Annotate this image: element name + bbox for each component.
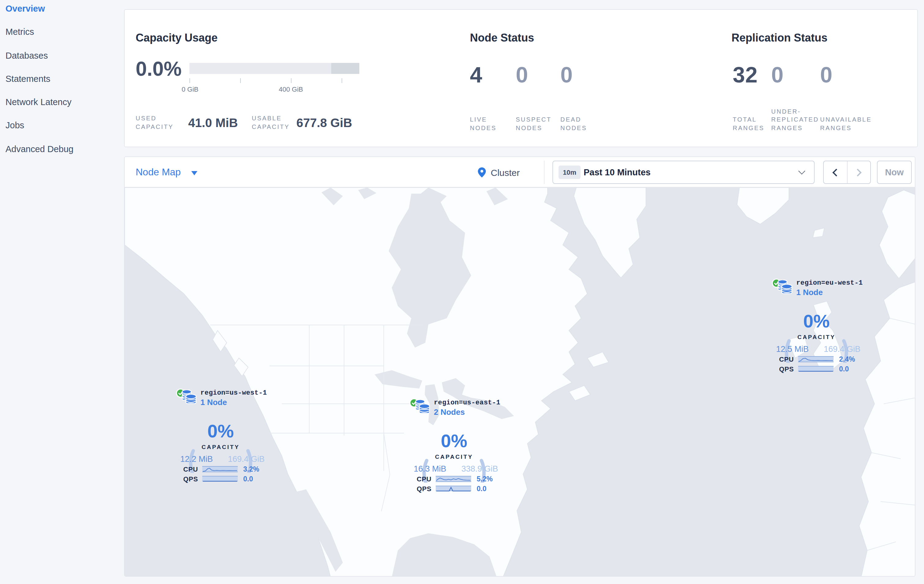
capacity-axis-tick: [190, 78, 190, 83]
chevron-right-icon: [854, 168, 862, 176]
usable-capacity-label: USABLE CAPACITY: [252, 114, 295, 131]
breadcrumb[interactable]: Cluster: [478, 157, 520, 188]
cpu-value: 5.2%: [477, 475, 493, 483]
marker-capacity-percent: 0%: [178, 421, 263, 442]
marker-region-label: region=us-west-1: [200, 389, 267, 396]
capacity-axis-tick: [291, 78, 292, 83]
qps-value: 0.0: [477, 485, 487, 492]
node-status-title: Node Status: [470, 32, 534, 44]
cpu-sparkline: [202, 466, 238, 472]
locality-marker-us-east-1[interactable]: region=us-east-1 2 Nodes 0% CAPACITY 16.…: [409, 398, 501, 497]
time-range-badge: 10m: [559, 166, 581, 179]
dead-nodes-label: DEAD NODES: [560, 115, 598, 132]
marker-total-capacity: 169.4 GiB: [228, 454, 265, 464]
cpu-sparkline: [436, 476, 471, 482]
total-ranges-count: 32: [733, 62, 758, 88]
sidebar-item-network-latency[interactable]: Network Latency: [0, 90, 122, 114]
marker-capacity-title: CAPACITY: [774, 334, 859, 340]
node-map-panel: Node Map Cluster 10m Past 10 Minutes Now: [124, 156, 916, 577]
cpu-label: CPU: [409, 475, 431, 483]
marker-region-label: region=us-east-1: [434, 399, 500, 406]
now-button[interactable]: Now: [877, 161, 912, 184]
chevron-left-icon: [832, 168, 840, 176]
sidebar-item-databases[interactable]: Databases: [0, 44, 122, 67]
marker-total-capacity: 338.9 GiB: [461, 464, 498, 474]
time-prev-button[interactable]: [824, 161, 847, 183]
cpu-label: CPU: [772, 355, 794, 363]
sidebar-item-jobs[interactable]: Jobs: [0, 114, 122, 137]
under-replicated-label: UNDER-REPLICATED RANGES: [771, 107, 819, 132]
sidebar-item-statements[interactable]: Statements: [0, 67, 122, 91]
marker-capacity-percent: 0%: [774, 311, 859, 332]
map-toolbar: Node Map Cluster 10m Past 10 Minutes Now: [125, 157, 915, 188]
qps-sparkline: [798, 366, 833, 372]
total-ranges-label: TOTAL RANGES: [733, 115, 774, 132]
capacity-usage-title: Capacity Usage: [136, 32, 218, 44]
dead-nodes-count: 0: [560, 62, 573, 88]
replication-status-title: Replication Status: [731, 32, 827, 44]
live-nodes-label: LIVE NODES: [470, 115, 508, 132]
page: Overview Metrics Databases Statements Ne…: [0, 0, 924, 584]
qps-label: QPS: [176, 475, 198, 482]
breadcrumb-cluster: Cluster: [491, 167, 520, 178]
qps-label: QPS: [772, 365, 794, 372]
live-nodes-count: 4: [470, 62, 482, 88]
marker-used-capacity: 16.3 MiB: [414, 464, 446, 474]
qps-value: 0.0: [243, 475, 253, 482]
qps-label: QPS: [409, 485, 431, 492]
chevron-down-icon: [799, 168, 805, 175]
database-stack-icon: [777, 280, 793, 294]
qps-sparkline: [436, 486, 471, 492]
under-replicated-count: 0: [771, 62, 784, 88]
time-pager: [823, 161, 871, 184]
database-stack-icon: [415, 400, 430, 414]
sidebar-item-metrics[interactable]: Metrics: [0, 20, 122, 44]
time-next-button[interactable]: [847, 161, 870, 183]
marker-region-label: region=eu-west-1: [796, 279, 863, 286]
database-stack-icon: [182, 390, 197, 405]
qps-sparkline: [202, 476, 238, 482]
cpu-label: CPU: [176, 466, 198, 473]
capacity-axis-tick: [240, 78, 241, 83]
cpu-value: 3.2%: [243, 466, 259, 473]
suspect-nodes-label: SUSPECT NODES: [516, 115, 554, 132]
capacity-axis-tick: [342, 78, 342, 83]
capacity-bar-reserved-segment: [331, 63, 359, 74]
view-mode-dropdown[interactable]: Node Map: [136, 157, 197, 188]
marker-capacity-percent: 0%: [411, 431, 497, 451]
chevron-down-icon: [191, 171, 197, 175]
usable-capacity-value: 677.8 GiB: [296, 116, 352, 130]
sidebar-item-advanced-debug[interactable]: Advanced Debug: [0, 137, 122, 161]
marker-capacity-title: CAPACITY: [411, 453, 497, 460]
cpu-sparkline: [798, 357, 833, 362]
world-map: [125, 188, 916, 577]
marker-used-capacity: 12.5 MiB: [776, 345, 809, 354]
used-capacity-value: 41.0 MiB: [188, 116, 238, 130]
marker-capacity-title: CAPACITY: [178, 444, 263, 450]
time-range-selector[interactable]: 10m Past 10 Minutes: [553, 161, 815, 184]
view-mode-label: Node Map: [136, 167, 181, 178]
capacity-axis-label-400: 400 GiB: [279, 86, 303, 93]
marker-total-capacity: 169.4 GiB: [824, 345, 860, 354]
unavailable-ranges-label: UNAVAILABLE RANGES: [820, 115, 881, 132]
used-capacity-label: USED CAPACITY: [136, 114, 178, 131]
cpu-value: 2.4%: [839, 355, 855, 363]
locality-marker-eu-west-1[interactable]: region=eu-west-1 1 Node 0% CAPACITY 12.5…: [772, 278, 863, 378]
qps-value: 0.0: [839, 365, 849, 372]
sidebar-item-overview[interactable]: Overview: [0, 0, 122, 20]
locality-marker-us-west-1[interactable]: region=us-west-1 1 Node 0% CAPACITY 12.2…: [176, 388, 268, 487]
unavailable-ranges-count: 0: [820, 62, 833, 88]
time-range-label: Past 10 Minutes: [584, 168, 650, 177]
map-pin-icon: [478, 167, 486, 178]
sidebar: Overview Metrics Databases Statements Ne…: [0, 0, 122, 581]
capacity-used-percent: 0.0%: [136, 58, 182, 81]
marker-used-capacity: 12.2 MiB: [180, 454, 213, 464]
suspect-nodes-count: 0: [516, 62, 528, 88]
capacity-axis-label-0: 0 GiB: [182, 86, 198, 93]
toolbar-divider: [544, 161, 544, 184]
capacity-bar: [190, 63, 359, 74]
cluster-summary-panel: Capacity Usage 0.0% 0 GiB 400 GiB USED C…: [124, 9, 918, 147]
